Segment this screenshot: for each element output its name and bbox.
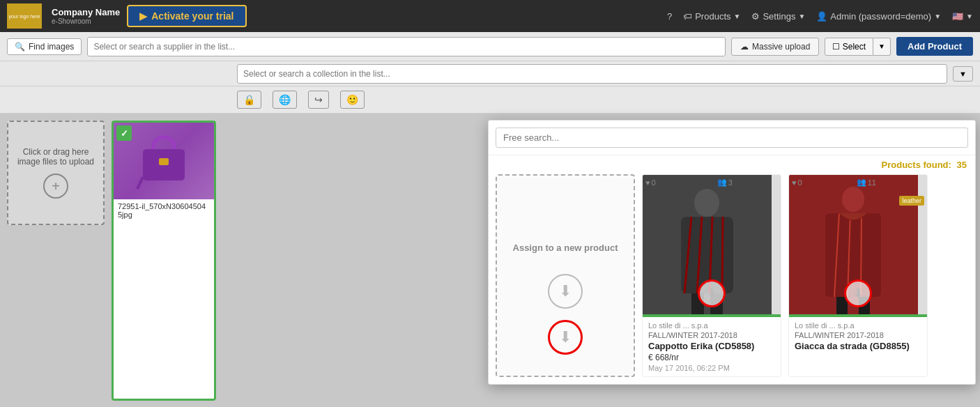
product-info-2: Lo stile di ... s.p.a FALL/WINTER 2017-2… [789,317,927,357]
header: your logo here Company Name e-Showroom ▶… [0,0,980,32]
left-panel: Click or drag here image files to upload… [0,114,237,407]
help-icon: ? [667,11,672,22]
group-count: 3 [728,178,733,187]
upload-icon: ☁ [740,42,749,52]
smile-icon: 🙂 [346,94,358,105]
heart-icon: ♥ [645,178,650,187]
product-card-download-button-2[interactable]: ⬇ [844,279,872,307]
overlay-search [489,121,975,155]
leather-badge: leather [899,196,924,206]
assign-download-red-circle: ⬇ [548,320,583,355]
image-card-check-icon: ✓ [116,125,132,141]
gear-icon: ⚙ [751,11,760,22]
collection-caret-icon: ▼ [959,70,967,78]
company-info: Company Name e-Showroom [52,7,120,25]
product-card-badges: ♥ 0 👥 3 [645,178,733,187]
company-name: Company Name [52,7,120,17]
product-card-image: ♥ 0 👥 11 leather ⬇ [789,175,927,314]
product-card[interactable]: ♥ 0 👥 3 ⬇ Lo stile di ... s.p.a FALL/WIN… [642,174,781,377]
user-nav-item[interactable]: 👤 Admin (password=demo) ▼ [816,11,941,22]
settings-caret-icon: ▼ [798,13,805,20]
heart-count: 0 [652,178,656,187]
select-button-group: ☐ Select ▼ [825,38,891,56]
heart-badge: ♥ 0 [645,178,656,187]
products-found-count: 35 [957,160,967,170]
smile-button[interactable]: 🙂 [340,91,365,109]
flag-caret-icon: ▼ [966,13,973,20]
upload-plus-icon: + [43,174,68,199]
massive-upload-label: Massive upload [752,42,810,52]
product-name: Cappotto Erika (CD5858) [648,341,775,351]
product-card-image: ♥ 0 👥 3 ⬇ [643,175,781,314]
select-button[interactable]: ☐ Select [825,38,873,56]
find-images-label: Find images [29,42,74,52]
toolbar: 🔍 Find images ☁ Massive upload ☐ Select … [0,32,980,61]
user-nav-label: Admin (password=demo) [830,11,931,22]
group-badge-2: 👥 11 [857,178,876,187]
product-card[interactable]: ♥ 0 👥 11 leather ⬇ Lo stile di ... s.p.a… [788,174,928,377]
lock-button[interactable]: 🔒 [237,91,261,109]
free-search-input[interactable] [496,128,968,148]
products-caret-icon: ▼ [734,13,741,20]
group-count-2: 11 [868,178,876,187]
heart-badge-2: ♥ 0 [792,178,802,187]
select-label: Select [843,42,866,52]
add-product-label: Add Product [908,41,962,52]
heart-count-2: 0 [798,178,802,187]
globe-icon: 🌐 [279,94,291,105]
product-supplier: Lo stile di ... s.p.a [648,321,775,330]
share-icon: ↪ [314,94,323,105]
bag-svg [136,132,192,191]
product-card-badges-2: ♥ 0 👥 11 [792,178,876,187]
assign-new-product-card[interactable]: Assign to a new product ⬇ ⬇ [496,174,635,377]
svg-point-4 [694,189,719,217]
products-found-bar: Products found: 35 [489,155,975,174]
assign-card-text: Assign to a new product [506,243,625,253]
product-card-download-button[interactable]: ⬇ [698,279,726,307]
checkbox-icon: ☐ [832,42,840,52]
supplier-search-input[interactable] [87,37,726,56]
globe-button[interactable]: 🌐 [273,91,297,109]
product-date: May 17 2016, 06:22 PM [648,364,775,372]
add-product-button[interactable]: Add Product [896,37,973,56]
svg-line-9 [722,217,723,293]
collection-caret-button[interactable]: ▼ [953,66,973,82]
heart-icon-2: ♥ [792,178,797,187]
flag-icon: 🇺🇸 [952,11,963,22]
svg-point-13 [842,187,864,212]
settings-nav-label: Settings [763,11,795,22]
activate-trial-label: Activate your trial [151,10,233,22]
group-icon-2: 👥 [857,178,866,187]
group-icon: 👥 [717,178,727,187]
products-found-label: Products found: [882,160,951,170]
lock-icon: 🔒 [243,94,255,105]
svg-line-2 [137,177,143,189]
products-nav-label: Products [695,11,730,22]
logo: your logo here [7,3,42,29]
products-nav-item[interactable]: 🏷 Products ▼ [683,11,740,22]
tag-icon: 🏷 [683,11,692,22]
icon-row: 🔒 🌐 ↪ 🙂 [0,86,980,114]
activate-trial-button[interactable]: ▶ Activate your trial [127,5,246,27]
image-card-name: 72951-il_570xN306045045jpg [114,199,214,222]
settings-nav-item[interactable]: ⚙ Settings ▼ [751,11,805,22]
toolbar-right: ☁ Massive upload ☐ Select ▼ Add Product [87,37,973,56]
assign-download-icon: ⬇ [548,274,583,309]
user-caret-icon: ▼ [934,13,941,20]
svg-rect-1 [159,158,169,165]
collection-search-input[interactable] [237,64,947,84]
help-nav-item[interactable]: ? [667,11,672,22]
product-supplier-2: Lo stile di ... s.p.a [795,321,921,330]
search-icon: 🔍 [15,42,25,52]
share-button[interactable]: ↪ [308,91,329,109]
massive-upload-button[interactable]: ☁ Massive upload [731,38,819,56]
product-season: FALL/WINTER 2017-2018 [648,331,775,339]
select-caret-icon: ▼ [878,43,885,50]
product-price: € 668/nr [648,353,775,362]
upload-drop-zone[interactable]: Click or drag here image files to upload… [7,121,105,225]
flag-nav-item[interactable]: 🇺🇸 ▼ [952,11,973,22]
product-season-2: FALL/WINTER 2017-2018 [795,331,921,339]
image-card[interactable]: ✓ 72951-il_570xN306045045jpg [112,121,216,401]
find-images-button[interactable]: 🔍 Find images [7,38,82,55]
select-caret-button[interactable]: ▼ [873,38,891,56]
